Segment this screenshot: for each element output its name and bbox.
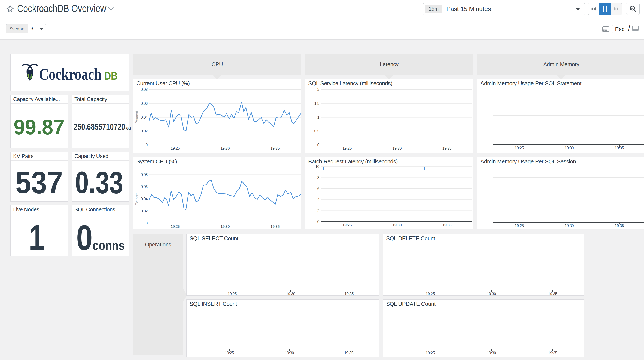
- svg-text:19:30: 19:30: [392, 223, 402, 227]
- svg-text:8: 8: [318, 176, 320, 180]
- svg-text:19:35: 19:35: [548, 292, 557, 296]
- svg-text:10: 10: [315, 164, 320, 169]
- svg-text:19:35: 19:35: [270, 224, 280, 229]
- svg-text:Percent: Percent: [135, 111, 139, 124]
- svg-text:19:30: 19:30: [220, 224, 230, 229]
- svg-text:0.04: 0.04: [141, 115, 148, 119]
- svg-text:19:30: 19:30: [286, 292, 296, 296]
- svg-text:19:30: 19:30: [285, 351, 294, 355]
- svg-text:19:25: 19:25: [225, 351, 234, 355]
- svg-text:19:30: 19:30: [487, 351, 496, 355]
- svg-text:19:25: 19:25: [342, 146, 352, 151]
- svg-text:6: 6: [318, 187, 320, 191]
- svg-text:DB: DB: [104, 70, 118, 82]
- svg-text:Percent: Percent: [135, 193, 139, 205]
- svg-text:19:30: 19:30: [487, 292, 496, 296]
- svg-text:0.5: 0.5: [314, 129, 320, 133]
- svg-text:19:35: 19:35: [442, 223, 452, 227]
- svg-text:19:25: 19:25: [171, 224, 180, 229]
- svg-text:0.06: 0.06: [141, 101, 148, 106]
- svg-text:19:35: 19:35: [344, 292, 354, 296]
- svg-text:0.04: 0.04: [141, 197, 148, 201]
- svg-text:2: 2: [318, 87, 320, 92]
- svg-text:1.5: 1.5: [314, 101, 320, 106]
- svg-text:0.02: 0.02: [141, 209, 148, 213]
- svg-text:0.06: 0.06: [141, 185, 148, 189]
- svg-text:19:30: 19:30: [565, 224, 574, 228]
- svg-text:19:35: 19:35: [344, 351, 353, 355]
- svg-text:0.08: 0.08: [141, 87, 148, 92]
- svg-text:19:30: 19:30: [220, 146, 230, 151]
- svg-text:Cockroach: Cockroach: [39, 65, 102, 83]
- svg-text:19:35: 19:35: [615, 146, 624, 150]
- svg-text:19:25: 19:25: [426, 351, 435, 355]
- svg-text:19:25: 19:25: [426, 292, 435, 296]
- svg-text:19:30: 19:30: [565, 146, 574, 150]
- svg-text:0: 0: [146, 143, 148, 147]
- svg-text:19:35: 19:35: [548, 351, 557, 355]
- svg-text:0: 0: [318, 143, 320, 147]
- svg-text:19:25: 19:25: [515, 224, 524, 228]
- svg-text:4: 4: [318, 197, 320, 202]
- svg-text:1: 1: [318, 115, 320, 119]
- svg-text:19:25: 19:25: [228, 292, 237, 296]
- svg-text:0: 0: [146, 221, 148, 225]
- svg-text:19:35: 19:35: [442, 146, 452, 151]
- svg-text:19:30: 19:30: [392, 146, 402, 151]
- svg-text:0.02: 0.02: [141, 129, 148, 133]
- svg-text:19:25: 19:25: [171, 146, 180, 151]
- svg-text:19:35: 19:35: [270, 146, 280, 151]
- svg-text:19:35: 19:35: [615, 224, 624, 228]
- svg-text:2: 2: [318, 209, 320, 213]
- svg-text:19:25: 19:25: [342, 223, 352, 227]
- svg-text:0.08: 0.08: [141, 173, 148, 177]
- svg-text:0: 0: [318, 220, 320, 224]
- svg-text:19:25: 19:25: [515, 146, 524, 150]
